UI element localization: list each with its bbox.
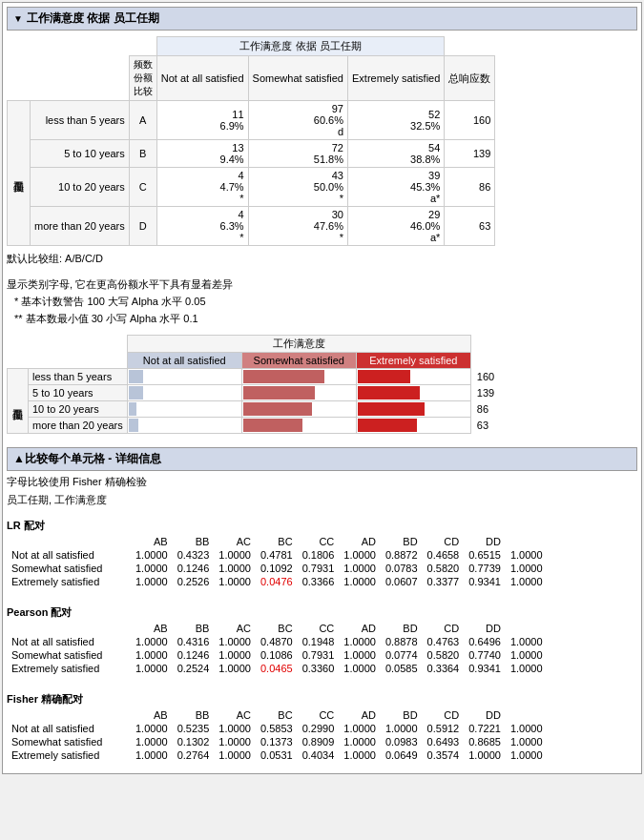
chart-work-sat-header: 工作满意度 — [127, 336, 470, 353]
lr-r2-v10: 1.0000 — [506, 562, 548, 575]
chart-bar-cell-3-not — [127, 401, 241, 418]
table-row: more than 20 years D 46.3%* 3047.6%* 294… — [8, 207, 495, 246]
chart-row: 10 to 20 years 86 — [8, 401, 501, 418]
p-col-dd: DD — [464, 622, 506, 635]
p-r3-label: Extremely satisfied — [7, 662, 131, 675]
f-r2-label: Somewhat satisfied — [7, 735, 131, 748]
f-r1-v9: 0.7221 — [464, 722, 506, 735]
f-r3-v9: 1.0000 — [464, 748, 506, 762]
lr-row-3: Extremely satisfied 1.0000 0.2526 1.0000… — [7, 575, 548, 588]
lr-r1-v4: 0.4781 — [256, 548, 298, 562]
p-r3-v4-highlighted: 0.0465 — [256, 662, 298, 675]
p-r1-label: Not at all satisfied — [7, 635, 131, 648]
p-r2-v3: 1.0000 — [214, 648, 256, 662]
p-col-bc: BC — [256, 622, 298, 635]
r1-not: 116.9% — [156, 101, 248, 140]
p-r2-v5: 0.7931 — [298, 648, 340, 662]
f-r1-v10: 1.0000 — [506, 722, 548, 735]
lr-r1-v10: 1.0000 — [506, 548, 548, 562]
f-r3-v6: 1.0000 — [339, 748, 381, 762]
r2-not: 139.4% — [156, 140, 248, 168]
not-at-all-header: Not at all satisfied — [156, 56, 248, 101]
somewhat-header: Somewhat satisfied — [248, 56, 347, 101]
row-code-1: A — [129, 101, 156, 140]
lr-col-ac: AC — [214, 535, 256, 548]
p-r3-v1: 1.0000 — [131, 662, 173, 675]
lr-col-dd: DD — [464, 535, 506, 548]
p-r1-v9: 0.6496 — [464, 635, 506, 648]
main-data-table: 工作满意度 依据 员工任期 频数 份额 比较 Not at all satisf… — [7, 36, 495, 246]
chart-row-label-4: more than 20 years — [29, 418, 128, 434]
p-r3-v7: 0.0585 — [381, 662, 423, 675]
lr-r3-v4-highlighted: 0.0476 — [256, 575, 298, 588]
chart-bar-cell-4-not — [127, 418, 241, 434]
lr-r3-v8: 0.3377 — [423, 575, 465, 588]
r4-some: 3047.6%* — [248, 207, 347, 246]
f-r2-v7: 0.0983 — [381, 735, 423, 748]
f-r2-v5: 0.8909 — [298, 735, 340, 748]
f-r2-v3: 1.0000 — [214, 735, 256, 748]
chart-bar-cell-2-not — [127, 385, 241, 401]
fisher-section: Fisher 精确配对 AB BB AC BC CC AD BD CD DD — [7, 692, 637, 762]
lr-r2-v1: 1.0000 — [131, 562, 173, 575]
f-r1-v5: 0.2990 — [298, 722, 340, 735]
f-col-cd: CD — [423, 708, 465, 722]
fisher-table: AB BB AC BC CC AD BD CD DD Not at all sa… — [7, 708, 548, 762]
f-r1-v8: 0.5912 — [423, 722, 465, 735]
collapse-icon[interactable]: ▼ — [13, 13, 23, 24]
lr-r3-v5: 0.3366 — [298, 575, 340, 588]
p-r3-v9: 0.9341 — [464, 662, 506, 675]
lr-r1-v8: 0.4658 — [423, 548, 465, 562]
lr-r3-v2: 0.2526 — [173, 575, 215, 588]
freq-header: 频数 份额 比较 — [129, 56, 156, 101]
r3-some: 4350.0%* — [248, 168, 347, 207]
lr-row-1: Not at all satisfied 1.0000 0.4323 1.000… — [7, 548, 548, 562]
lr-col-bb: BB — [173, 535, 215, 548]
fisher-title: Fisher 精确配对 — [7, 692, 637, 707]
chart-bar-cell-3-some — [241, 401, 356, 418]
lr-table: AB BB AC BC CC AD BD CD DD Not at all sa… — [7, 535, 548, 588]
chart-row-label-2: 5 to 10 years — [29, 385, 128, 401]
main-container: ▼ 工作满意度 依据 员工任期 工作满意度 依据 员工任期 频数 份额 比较 N… — [2, 2, 642, 774]
f-r3-v2: 0.2764 — [173, 748, 215, 762]
pearson-row-2: Somewhat satisfied 1.0000 0.1246 1.0000 … — [7, 648, 548, 662]
lr-r1-v6: 1.0000 — [339, 548, 381, 562]
r1-some: 9760.6%d — [248, 101, 347, 140]
p-r1-v1: 1.0000 — [131, 635, 173, 648]
p-col-ab: AB — [131, 622, 173, 635]
p-col-bb: BB — [173, 622, 215, 635]
f-r3-v3: 1.0000 — [214, 748, 256, 762]
f-col-dd: DD — [464, 708, 506, 722]
p-r3-v2: 0.2524 — [173, 662, 215, 675]
chart-total-1: 160 — [470, 369, 500, 385]
row-label-4: more than 20 years — [31, 207, 130, 246]
lr-r3-label: Extremely satisfied — [7, 575, 131, 588]
p-r1-v10: 1.0000 — [506, 635, 548, 648]
lr-r1-v2: 0.4323 — [173, 548, 215, 562]
p-r3-v6: 1.0000 — [339, 662, 381, 675]
pearson-row-1: Not at all satisfied 1.0000 0.4316 1.000… — [7, 635, 548, 648]
total-header: 总响应数 — [445, 56, 495, 101]
lr-col-bd: BD — [381, 535, 423, 548]
f-r2-v10: 1.0000 — [506, 735, 548, 748]
f-r2-v4: 0.1373 — [256, 735, 298, 748]
chart-row-label-1: less than 5 years — [29, 369, 128, 385]
p-r2-v4: 0.1086 — [256, 648, 298, 662]
chart-total-3: 86 — [470, 401, 500, 418]
chart-bar-cell-4-some — [241, 418, 356, 434]
chart-row: 员工任期 less than 5 years 16 — [8, 369, 501, 385]
p-r2-v6: 1.0000 — [339, 648, 381, 662]
lr-section: LR 配对 AB BB AC BC CC AD BD CD DD Not — [7, 519, 637, 588]
lr-col-ad: AD — [339, 535, 381, 548]
lr-r3-v1: 1.0000 — [131, 575, 173, 588]
lr-r2-v3: 1.0000 — [214, 562, 256, 575]
r4-total: 63 — [445, 207, 495, 246]
chart-col-some-header: Somewhat satisfied — [241, 353, 356, 369]
chart-bar-cell-2-some — [241, 385, 356, 401]
p-r3-v5: 0.3360 — [298, 662, 340, 675]
row-code-3: C — [129, 168, 156, 207]
f-r3-v1: 1.0000 — [131, 748, 173, 762]
p-r2-label: Somewhat satisfied — [7, 648, 131, 662]
f-r3-v10: 1.0000 — [506, 748, 548, 762]
lr-r2-v7: 0.0783 — [381, 562, 423, 575]
